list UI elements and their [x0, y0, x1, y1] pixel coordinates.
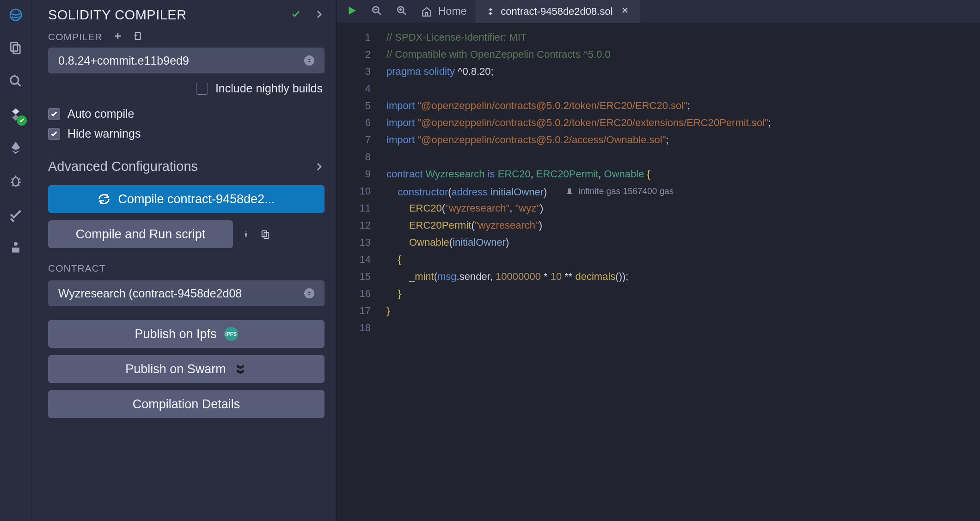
contract-dropdown[interactable]: Wyzresearch (contract-9458de2d08 — [48, 280, 325, 306]
home-label: Home — [438, 5, 466, 18]
svg-point-3 — [10, 76, 18, 84]
publish-ipfs-button[interactable]: Publish on Ipfs IPFS — [48, 320, 325, 348]
compiler-panel: SOLIDITY COMPILER COMPILER 0.8.24+commit… — [31, 0, 337, 521]
hide-warnings-row[interactable]: Hide warnings — [48, 127, 325, 140]
gas-hint: infinite gas 1567400 gas — [565, 182, 674, 200]
check-icon[interactable] — [290, 9, 301, 22]
plugin-icon[interactable] — [6, 238, 25, 257]
refresh-icon — [98, 193, 110, 206]
caret-updown-icon — [304, 288, 314, 298]
svg-rect-2 — [13, 45, 20, 54]
compile-button[interactable]: Compile contract-9458de2... — [48, 185, 325, 213]
auto-compile-row[interactable]: Auto compile — [48, 107, 325, 121]
compile-run-label: Compile and Run script — [76, 227, 206, 242]
publish-swarm-button[interactable]: Publish on Swarm — [48, 355, 325, 383]
play-icon[interactable] — [346, 5, 358, 18]
compilation-details-label: Compilation Details — [133, 397, 240, 412]
deploy-icon[interactable] — [6, 139, 25, 157]
debugger-icon[interactable] — [6, 172, 25, 190]
version-value: 0.8.24+commit.e11b9ed9 — [58, 54, 189, 67]
panel-header: SOLIDITY COMPILER — [48, 7, 325, 23]
home-icon — [421, 6, 433, 18]
success-badge-icon — [17, 115, 27, 126]
advanced-toggle[interactable]: Advanced Configurations — [48, 159, 325, 174]
tab-file-label: contract-9458de2d08.sol — [501, 6, 612, 18]
code-content[interactable]: // SPDX-License-Identifier: MIT// Compat… — [381, 23, 980, 521]
info-icon[interactable] — [239, 228, 252, 241]
nightly-label: Include nightly builds — [215, 82, 323, 95]
chevron-right-icon[interactable] — [313, 9, 325, 22]
analysis-icon[interactable] — [6, 205, 25, 224]
ipfs-icon: IPFS — [224, 327, 238, 341]
panel-title: SOLIDITY COMPILER — [48, 7, 187, 23]
caret-updown-icon — [304, 55, 314, 66]
close-icon[interactable] — [620, 6, 630, 18]
search-icon[interactable] — [6, 72, 25, 91]
tab-file[interactable]: contract-9458de2d08.sol — [476, 0, 640, 23]
main-area: Home contract-9458de2d08.sol 12345678910… — [337, 0, 980, 521]
zoom-out-icon[interactable] — [371, 5, 383, 18]
line-gutter: 123456789101112131415161718 — [337, 23, 381, 521]
nightly-checkbox[interactable] — [196, 83, 208, 95]
nightly-checkbox-row[interactable]: Include nightly builds — [48, 82, 323, 95]
tab-home[interactable]: Home — [421, 5, 466, 18]
swarm-icon — [233, 362, 247, 376]
auto-compile-label: Auto compile — [67, 107, 135, 121]
publish-swarm-label: Publish on Swarm — [125, 362, 226, 376]
tabbar: Home contract-9458de2d08.sol — [337, 0, 980, 23]
hide-warnings-checkbox[interactable] — [48, 128, 60, 140]
publish-ipfs-label: Publish on Ipfs — [135, 327, 216, 341]
solidity-file-icon — [486, 7, 495, 16]
open-file-icon[interactable] — [133, 31, 143, 43]
compiler-label: COMPILER — [48, 31, 103, 42]
contract-value: Wyzresearch (contract-9458de2d08 — [58, 287, 242, 300]
svg-point-5 — [14, 242, 18, 246]
compiler-icon[interactable] — [6, 105, 25, 124]
files-icon[interactable] — [6, 39, 25, 57]
contract-label: CONTRACT — [48, 263, 325, 274]
zoom-in-icon[interactable] — [396, 5, 408, 18]
compilation-details-button[interactable]: Compilation Details — [48, 390, 325, 418]
advanced-label: Advanced Configurations — [48, 159, 198, 174]
compile-label: Compile contract-9458de2... — [118, 192, 275, 206]
svg-rect-1 — [11, 42, 18, 51]
icon-rail — [0, 0, 31, 521]
hide-warnings-label: Hide warnings — [67, 127, 141, 140]
compile-run-button[interactable]: Compile and Run script — [48, 220, 233, 248]
code-editor[interactable]: 123456789101112131415161718 // SPDX-Lice… — [337, 23, 980, 521]
logo-icon[interactable] — [6, 6, 25, 24]
chevron-right-icon — [313, 161, 325, 172]
svg-rect-6 — [135, 33, 140, 40]
version-dropdown[interactable]: 0.8.24+commit.e11b9ed9 — [48, 48, 325, 73]
auto-compile-checkbox[interactable] — [48, 108, 60, 120]
plus-icon[interactable] — [113, 31, 123, 43]
copy-icon[interactable] — [259, 228, 272, 241]
